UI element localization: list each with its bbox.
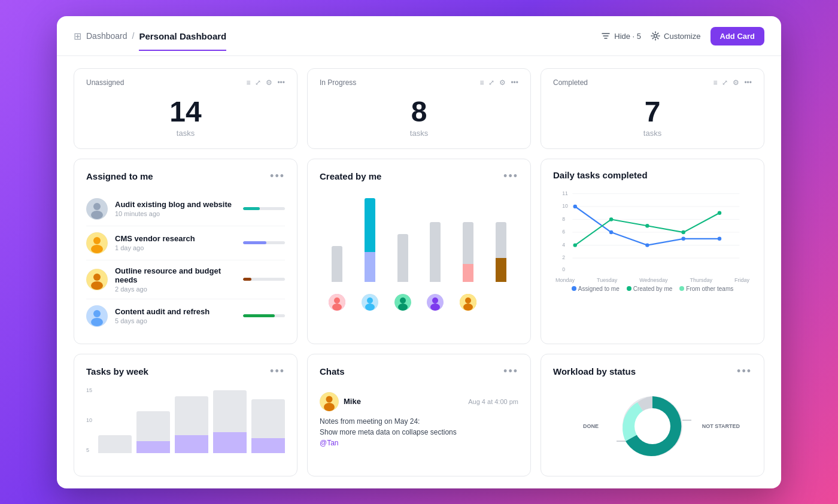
- header-actions: Hide · 5 Customize Add Card: [601, 27, 764, 55]
- week-chart-wrapper: 15 10 5: [86, 387, 285, 453]
- tasks-week-menu[interactable]: •••: [270, 365, 285, 378]
- task-item[interactable]: Outline resource and budget needs 2 days…: [86, 260, 285, 299]
- chats-header: Chats •••: [320, 365, 518, 378]
- breadcrumb-home[interactable]: Dashboard: [86, 31, 127, 41]
- bar-seg-gray-3: [397, 234, 408, 282]
- bar-seg-gray-1: [332, 246, 342, 282]
- task-item[interactable]: Audit existing blog and website 10 minut…: [86, 192, 285, 226]
- gear-icon: [651, 31, 660, 41]
- svg-point-20: [400, 297, 406, 303]
- svg-point-48: [645, 224, 649, 227]
- created-card-menu[interactable]: •••: [503, 170, 518, 183]
- stat-actions: ≡ ⤢ ⚙ •••: [246, 78, 285, 87]
- assigned-card-menu[interactable]: •••: [270, 170, 285, 183]
- filter-icon-ip[interactable]: ≡: [479, 78, 484, 87]
- daily-tasks-header: Daily tasks completed: [553, 170, 752, 180]
- week-bar-3: [175, 387, 208, 453]
- settings-icon-ip[interactable]: ⚙: [499, 78, 506, 87]
- chat-time: Aug 4 at 4:00 pm: [468, 398, 518, 405]
- svg-point-15: [332, 303, 342, 311]
- bar-avatar-2: [362, 294, 378, 311]
- avatar-4: [86, 305, 108, 327]
- stat-value-unassigned: 14 tasks: [86, 92, 285, 139]
- middle-row: Assigned to me ••• Audit existing blog a…: [74, 159, 764, 344]
- svg-point-8: [93, 274, 101, 281]
- svg-point-50: [718, 211, 721, 214]
- avatar-1: [86, 198, 108, 220]
- stat-card-header-ip: In Progress ≡ ⤢ ⚙ •••: [320, 78, 518, 87]
- svg-point-2: [93, 203, 101, 210]
- daily-tasks-title: Daily tasks completed: [553, 170, 648, 180]
- progress-bar-2: [243, 241, 266, 244]
- progress-bar-3: [243, 278, 251, 281]
- expand-icon-c[interactable]: ⤢: [722, 78, 728, 87]
- progress-bar-container-2: [243, 241, 285, 244]
- svg-text:2: 2: [562, 254, 565, 260]
- svg-point-41: [573, 204, 577, 208]
- stats-row: Unassigned ≡ ⤢ ⚙ ••• 14 tasks In Progres…: [74, 68, 764, 149]
- stat-actions-ip: ≡ ⤢ ⚙ •••: [479, 78, 518, 87]
- task-time-2: 1 day ago: [115, 244, 236, 251]
- chats-title: Chats: [320, 366, 345, 377]
- chat-tag[interactable]: @Tan: [320, 438, 518, 448]
- stat-card-header: Unassigned ≡ ⤢ ⚙ •••: [86, 78, 285, 87]
- customize-button[interactable]: Customize: [651, 31, 700, 41]
- task-time-3: 2 days ago: [115, 286, 236, 293]
- chat-message: Mike Aug 4 at 4:00 pm Notes from meeting…: [320, 387, 518, 453]
- more-icon[interactable]: •••: [277, 78, 285, 87]
- bar-col-1: [326, 246, 349, 282]
- assigned-to-me-card: Assigned to me ••• Audit existing blog a…: [74, 159, 297, 344]
- hide-button[interactable]: Hide · 5: [601, 31, 641, 41]
- tasks-week-title: Tasks by week: [86, 366, 148, 377]
- created-bar-chart: [320, 192, 518, 282]
- svg-point-42: [609, 230, 613, 233]
- legend-assigned: Assigned to me: [572, 286, 620, 292]
- task-item[interactable]: Content audit and refresh 5 days ago: [86, 299, 285, 333]
- more-icon-c[interactable]: •••: [744, 78, 752, 87]
- filter-icon-c[interactable]: ≡: [713, 78, 717, 87]
- week-bar-5: [251, 387, 285, 453]
- svg-point-49: [681, 230, 685, 233]
- stat-number-unassigned: 14: [86, 98, 285, 126]
- stat-label-inprogress: In Progress: [320, 78, 356, 87]
- svg-point-6: [91, 245, 103, 253]
- task-item[interactable]: CMS vendor research 1 day ago: [86, 226, 285, 260]
- expand-icon-ip[interactable]: ⤢: [488, 78, 494, 87]
- svg-point-52: [326, 396, 333, 402]
- x-label-tue: Tuesday: [597, 277, 617, 283]
- stat-card-unassigned: Unassigned ≡ ⤢ ⚙ ••• 14 tasks: [74, 68, 297, 149]
- chats-card: Chats ••• Mike Aug 4 at 4:00 pm Notes fr…: [307, 354, 531, 476]
- filter-icon[interactable]: ≡: [246, 78, 250, 87]
- more-icon-ip[interactable]: •••: [511, 78, 518, 87]
- breadcrumb-separator: /: [132, 31, 135, 41]
- created-card-header: Created by me •••: [320, 170, 518, 183]
- svg-point-24: [430, 303, 440, 311]
- breadcrumb-current: Personal Dashboard: [139, 31, 226, 51]
- settings-icon-c[interactable]: ⚙: [733, 78, 739, 87]
- stat-unit-unassigned: tasks: [86, 129, 285, 138]
- not-started-label: NOT STARTED: [702, 423, 740, 429]
- line-chart-svg: 11 10 8 6 4 2 0: [553, 190, 752, 274]
- bar-avatar-5: [460, 294, 476, 311]
- task-list: Audit existing blog and website 10 minut…: [86, 192, 285, 333]
- created-card-title: Created by me: [320, 171, 381, 181]
- task-info-4: Content audit and refresh 5 days ago: [115, 307, 236, 324]
- add-card-button[interactable]: Add Card: [711, 27, 765, 45]
- expand-icon[interactable]: ⤢: [255, 78, 261, 87]
- progress-bar-1: [243, 207, 260, 210]
- svg-point-27: [463, 303, 473, 311]
- stat-number-inprogress: 8: [320, 98, 518, 126]
- bar-seg-purple-2: [365, 252, 375, 282]
- svg-point-14: [334, 297, 340, 303]
- svg-text:8: 8: [562, 215, 565, 221]
- svg-point-9: [91, 281, 103, 290]
- x-label-mon: Monday: [555, 277, 575, 283]
- settings-icon[interactable]: ⚙: [266, 78, 272, 87]
- chats-menu[interactable]: •••: [503, 365, 518, 378]
- line-chart-area: 11 10 8 6 4 2 0: [553, 190, 752, 286]
- chart-x-labels: Monday Tuesday Wednesday Thursday Friday: [553, 277, 752, 283]
- workload-menu[interactable]: •••: [737, 365, 752, 378]
- week-bar-4: [213, 387, 247, 453]
- svg-point-5: [93, 237, 101, 244]
- done-label: DONE: [583, 423, 599, 429]
